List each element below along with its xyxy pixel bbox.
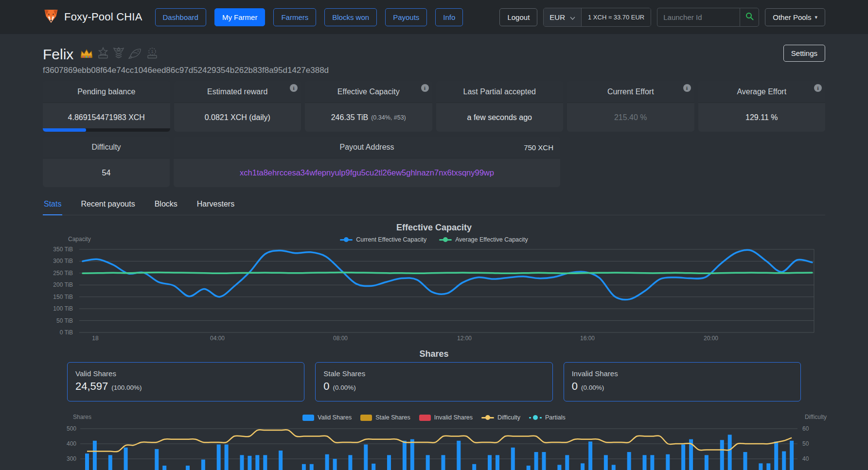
cyan-dotted-line-icon [529, 417, 542, 418]
capacity-chart-title: Effective Capacity [0, 221, 868, 234]
currency-value: EUR [549, 13, 565, 21]
tab-bar: Stats Recent payouts Blocks Harvesters [43, 196, 825, 215]
effective-capacity-card: Effective Capacity i 246.35 TiB (0.34%, … [305, 81, 432, 132]
estimated-reward-value: 0.0821 XCH (daily) [205, 113, 270, 122]
tab-harvesters[interactable]: Harvesters [196, 196, 235, 215]
pending-balance-card: Pending balance 4.869154471983 XCH [43, 81, 170, 132]
nav-blocks-won-button[interactable]: Blocks won [324, 8, 377, 26]
brand-title: Foxy-Pool CHIA [64, 11, 142, 23]
legend-stale-shares[interactable]: Stale Shares [360, 414, 410, 421]
brand-link[interactable]: Foxy-Pool CHIA [43, 9, 142, 26]
gold-line-icon [481, 417, 494, 418]
shares-section: Shares Valid Shares 24,597 (100.00%) Sta… [0, 348, 868, 470]
y-tick: 250 TiB [0, 269, 73, 277]
info-icon[interactable]: i [421, 84, 429, 92]
y-tick: 50 TiB [0, 317, 73, 325]
invalid-shares-card: Invalid Shares 0 (0.00%) [564, 362, 801, 401]
top-100-badge-icon [97, 45, 109, 64]
crown-badge-icon [80, 45, 93, 64]
y-tick: 60 [802, 425, 809, 433]
legend-current-effective-capacity[interactable]: Current Effective Capacity [340, 236, 426, 243]
current-effort-title: Current Effort [607, 87, 654, 96]
info-icon[interactable]: i [290, 84, 298, 92]
payout-address-link[interactable]: xch1ta8ehrccesa34wfepnyulp9fgu5cu2tl26ew… [240, 168, 494, 177]
exchange-rate: 1 XCH ≈ 33.70 EUR [582, 8, 651, 26]
tab-recent-payouts[interactable]: Recent payouts [80, 196, 136, 215]
fox-logo-icon [43, 9, 59, 26]
primary-nav: Dashboard My Farmer Farmers Blocks won P… [155, 8, 463, 26]
invalid-shares-percent: (0.00%) [581, 381, 604, 395]
nav-my-farmer-button[interactable]: My Farmer [214, 8, 266, 26]
x-tick: 12:00 [457, 335, 472, 342]
blue-box-icon [302, 415, 314, 421]
x-tick: 16:00 [580, 335, 595, 342]
logout-button[interactable]: Logout [499, 8, 537, 26]
y-tick: 50 [802, 440, 809, 448]
navbar: Foxy-Pool CHIA Dashboard My Farmer Farme… [0, 0, 868, 34]
last-partial-value: a few seconds ago [467, 113, 532, 122]
effective-capacity-detail: (0.34%, #53) [371, 114, 406, 121]
stale-shares-label: Stale Shares [323, 368, 544, 379]
pending-balance-value: 4.869154471983 XCH [68, 113, 145, 122]
stat-cards-row-1: Pending balance 4.869154471983 XCH Estim… [43, 81, 825, 132]
shares-axis-label: Shares [73, 414, 91, 420]
estimated-reward-card: Estimated reward i 0.0821 XCH (daily) [174, 81, 301, 132]
tab-stats[interactable]: Stats [43, 196, 62, 215]
settings-button[interactable]: Settings [783, 45, 825, 62]
gold-box-icon [360, 415, 372, 421]
nav-payouts-button[interactable]: Payouts [385, 8, 427, 26]
launcher-id-hash: f3607869ebb08f64e74cc1046eed86c97d524293… [43, 66, 825, 75]
nav-dashboard-button[interactable]: Dashboard [155, 8, 206, 26]
launcher-id-input[interactable] [657, 8, 740, 27]
navbar-right: Logout EUR 1 XCH ≈ 33.70 EUR Other Pools… [499, 8, 825, 27]
x-tick: 08:00 [333, 335, 348, 342]
valid-shares-value: 24,597 [75, 379, 108, 394]
nav-info-button[interactable]: Info [435, 8, 463, 26]
legend-invalid-shares[interactable]: Invalid Shares [419, 414, 473, 421]
payout-address-card: Payout Address 750 XCH xch1ta8ehrccesa34… [174, 137, 560, 187]
pending-balance-title: Pending balance [77, 87, 135, 96]
info-icon[interactable]: i [683, 84, 691, 92]
nav-farmers-button[interactable]: Farmers [273, 8, 316, 26]
current-effort-value: 215.40 % [614, 113, 647, 122]
legend-average-effective-capacity[interactable]: Average Effective Capacity [439, 236, 528, 243]
tab-blocks[interactable]: Blocks [154, 196, 178, 215]
red-box-icon [419, 415, 431, 421]
y-tick: 200 TiB [0, 281, 73, 289]
invalid-shares-label: Invalid Shares [572, 368, 793, 379]
valid-shares-label: Valid Shares [75, 368, 296, 379]
capacity-chart-legend: Capacity Current Effective Capacity Aver… [0, 234, 868, 245]
legend-valid-shares[interactable]: Valid Shares [302, 414, 352, 421]
x-tick: 04:00 [210, 335, 225, 342]
difficulty-title: Difficulty [91, 143, 121, 152]
farmer-name: Felix [43, 45, 73, 64]
estimated-reward-title: Estimated reward [207, 87, 268, 96]
currency-group: EUR 1 XCH ≈ 33.70 EUR [543, 8, 651, 27]
stale-shares-card: Stale Shares 0 (0.00%) [315, 362, 552, 401]
search-button[interactable] [740, 8, 759, 27]
other-pools-dropdown[interactable]: Other Pools ▾ [765, 8, 825, 26]
y-tick: 400 [0, 440, 76, 448]
x-tick: 20:00 [704, 335, 718, 342]
chevron-down-icon [570, 13, 575, 21]
average-effort-card: Average Effort i 129.11 % [698, 81, 826, 132]
y-tick: 500 [0, 425, 76, 433]
shares-section-title: Shares [0, 348, 868, 360]
effective-capacity-title: Effective Capacity [337, 87, 400, 96]
difficulty-axis-label: Difficulty [805, 414, 827, 420]
effective-capacity-chart-section: Effective Capacity Capacity Current Effe… [0, 221, 868, 348]
stale-shares-value: 0 [323, 379, 329, 394]
current-effort-card: Current Effort i 215.40 % [567, 81, 694, 132]
legend-difficulty[interactable]: Difficulty [481, 414, 520, 421]
legend-partials[interactable]: Partials [529, 414, 566, 421]
valid-shares-card: Valid Shares 24,597 (100.00%) [67, 362, 304, 401]
capacity-axis-label: Capacity [68, 236, 91, 243]
currency-select[interactable]: EUR [544, 8, 582, 26]
valid-shares-percent: (100.00%) [111, 381, 142, 395]
shares-summary-cards: Valid Shares 24,597 (100.00%) Stale Shar… [0, 362, 868, 401]
x-tick: 18 [92, 335, 98, 342]
stale-shares-percent: (0.00%) [333, 381, 356, 395]
average-effort-title: Average Effort [737, 87, 786, 96]
search-icon [745, 12, 754, 22]
info-icon[interactable]: i [814, 84, 822, 92]
